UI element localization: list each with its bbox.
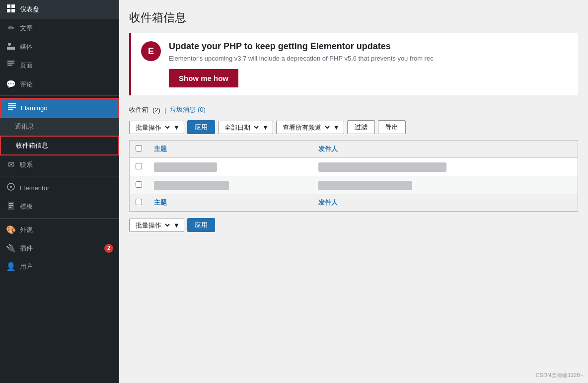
sidebar-item-inbox[interactable]: 收件箱信息 (0, 136, 119, 155)
svg-rect-16 (9, 205, 13, 206)
apply-button[interactable]: 应用 (187, 120, 215, 134)
svg-rect-9 (8, 103, 16, 104)
main-content: 收件箱信息 E Update your PHP to keep getting … (119, 0, 588, 383)
sidebar-item-comments[interactable]: 💬 评论 (0, 75, 119, 93)
inbox-table-wrapper: 主题 发件人 (129, 140, 578, 212)
sidebar-item-dashboard[interactable]: 仪表盘 (0, 0, 119, 19)
row2-sender (312, 176, 578, 195)
bulk-action-select-wrapper[interactable]: 批量操作 ▼ (129, 121, 184, 134)
row2-subject-blurred (154, 181, 229, 190)
svg-rect-12 (8, 109, 13, 110)
show-me-how-button[interactable]: Show me how (169, 69, 238, 87)
sidebar-item-label: Elementor (20, 184, 113, 192)
bulk-action-select[interactable]: 批量操作 (134, 123, 171, 132)
row2-sender-blurred (318, 181, 412, 190)
sidebar-item-media[interactable]: 媒体 (0, 37, 119, 56)
row1-checkbox-cell (130, 158, 148, 176)
sidebar-item-articles[interactable]: ✏ 文章 (0, 19, 119, 37)
date-select[interactable]: 全部日期 (222, 123, 260, 132)
page-title: 收件箱信息 (129, 10, 578, 25)
contact-icon: ✉ (6, 160, 16, 169)
bottom-bulk-action-select[interactable]: 批量操作 (134, 221, 171, 230)
date-select-wrapper[interactable]: 全部日期 ▼ (218, 121, 273, 134)
sidebar-item-appearance[interactable]: 🎨 外观 (0, 221, 119, 239)
notice-title: Update your PHP to keep getting Elemento… (169, 41, 568, 52)
spam-count: (0) (198, 106, 206, 113)
filters-row: 批量操作 ▼ 应用 全部日期 ▼ 查看所有频道 ▼ 过滤 导出 (129, 120, 578, 134)
svg-rect-10 (8, 105, 16, 106)
inbox-header: 收件箱 (2) | 垃圾消息 (0) (129, 105, 578, 114)
svg-rect-7 (7, 63, 14, 64)
sidebar-item-pages[interactable]: 页面 (0, 56, 119, 75)
sidebar: 仪表盘 ✏ 文章 媒体 页面 💬 评论 Flamingo 通讯录 (0, 0, 119, 383)
row1-sender-blurred (318, 162, 446, 172)
media-icon (6, 42, 16, 52)
spam-link[interactable]: 垃圾消息 (0) (170, 105, 206, 114)
footer-sender[interactable]: 发件人 (312, 194, 578, 212)
plugins-badge: 2 (104, 244, 113, 253)
header-subject[interactable]: 主题 (148, 141, 312, 158)
header-checkbox-cell (130, 141, 148, 158)
svg-rect-8 (7, 65, 12, 66)
svg-rect-5 (7, 47, 15, 50)
sidebar-item-label: 用户 (20, 262, 113, 271)
notice-banner: E Update your PHP to keep getting Elemen… (129, 33, 578, 95)
export-button[interactable]: 导出 (378, 120, 406, 134)
sidebar-item-addressbook[interactable]: 通讯录 (0, 118, 119, 136)
articles-icon: ✏ (6, 23, 16, 33)
notice-description: Elementor's upcoming v3.7 will include a… (169, 55, 568, 62)
sidebar-item-label: 收件箱信息 (16, 141, 112, 150)
sidebar-item-label: 外观 (20, 226, 113, 234)
spam-label: 垃圾消息 (170, 106, 196, 113)
pages-icon (6, 61, 16, 71)
table-row (130, 176, 578, 195)
sidebar-item-label: 评论 (20, 80, 113, 89)
header-sender[interactable]: 发件人 (312, 141, 578, 158)
svg-rect-11 (8, 107, 16, 108)
svg-point-14 (10, 186, 12, 188)
sidebar-item-elementor[interactable]: Elementor (0, 178, 119, 197)
flamingo-icon (7, 103, 17, 112)
sidebar-item-label: 媒体 (20, 42, 113, 51)
sidebar-item-flamingo[interactable]: Flamingo (0, 98, 119, 118)
comments-icon: 💬 (6, 79, 16, 89)
sidebar-item-label: 模板 (20, 202, 113, 211)
bottom-apply-button[interactable]: 应用 (187, 218, 215, 232)
users-icon: 👤 (6, 262, 16, 271)
date-chevron-icon: ▼ (262, 124, 269, 131)
bottom-filters-row: 批量操作 ▼ 应用 (129, 218, 578, 232)
sidebar-item-plugins[interactable]: 🔌 插件 2 (0, 239, 119, 257)
table-header-row: 主题 发件人 (130, 141, 578, 158)
inbox-count: (2) (152, 106, 160, 114)
bottom-bulk-action-wrapper[interactable]: 批量操作 ▼ (129, 219, 184, 232)
appearance-icon: 🎨 (6, 225, 16, 234)
channel-select[interactable]: 查看所有频道 (281, 123, 331, 132)
sidebar-item-label: Flamingo (21, 104, 112, 112)
filter-button[interactable]: 过滤 (347, 120, 375, 134)
svg-point-4 (8, 43, 11, 46)
sidebar-item-label: 仪表盘 (20, 5, 113, 14)
footer-select-all-checkbox[interactable] (136, 199, 142, 205)
row2-subject-link[interactable] (154, 181, 229, 190)
inbox-label: 收件箱 (129, 105, 148, 114)
footer-subject[interactable]: 主题 (148, 194, 312, 212)
elementor-notice-icon: E (141, 41, 161, 61)
sidebar-item-label: 通讯录 (15, 122, 113, 131)
svg-rect-3 (11, 9, 15, 12)
sidebar-item-templates[interactable]: 模板 (0, 197, 119, 216)
sidebar-item-contact[interactable]: ✉ 联系 (0, 155, 119, 174)
row1-checkbox[interactable] (136, 163, 142, 169)
row1-subject-blurred (154, 162, 217, 172)
sidebar-item-users[interactable]: 👤 用户 (0, 257, 119, 276)
sidebar-item-label: 联系 (20, 160, 113, 169)
row2-subject (148, 176, 312, 195)
sidebar-item-label: 插件 (20, 244, 100, 253)
channel-select-wrapper[interactable]: 查看所有频道 ▼ (276, 121, 344, 134)
templates-icon (6, 202, 16, 212)
row2-checkbox[interactable] (136, 181, 142, 188)
plugins-icon: 🔌 (6, 243, 16, 253)
flamingo-submenu: 通讯录 收件箱信息 (0, 118, 119, 155)
notice-content: Update your PHP to keep getting Elemento… (169, 41, 568, 87)
select-all-checkbox[interactable] (136, 145, 142, 152)
inbox-table: 主题 发件人 (130, 141, 578, 212)
